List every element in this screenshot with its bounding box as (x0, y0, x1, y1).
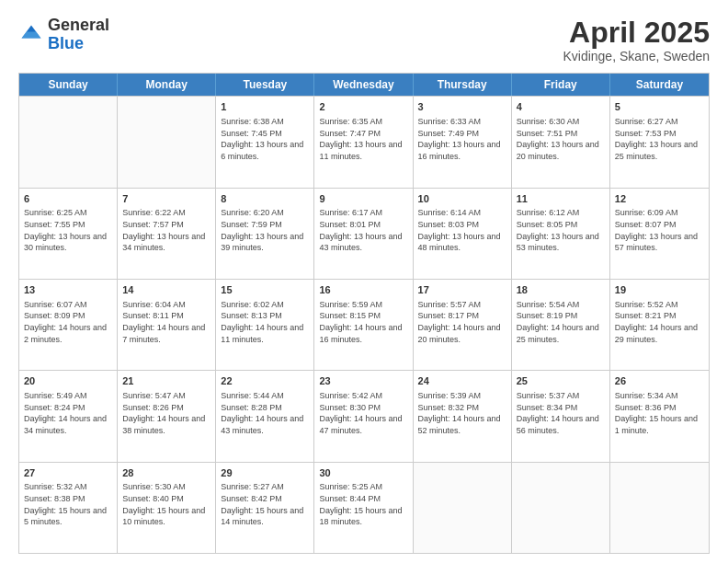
calendar-page: General Blue April 2025 Kvidinge, Skane,… (0, 0, 728, 563)
day-info: Sunrise: 5:57 AM Sunset: 8:17 PM Dayligh… (418, 299, 506, 345)
calendar-day: 15Sunrise: 6:02 AM Sunset: 8:13 PM Dayli… (216, 280, 314, 370)
calendar-day: 20Sunrise: 5:49 AM Sunset: 8:24 PM Dayli… (19, 371, 118, 461)
empty-day (118, 97, 216, 187)
logo-general: General (48, 16, 109, 34)
day-info: Sunrise: 6:02 AM Sunset: 8:13 PM Dayligh… (221, 299, 309, 345)
day-number: 20 (24, 374, 112, 388)
weekday-header: Monday (118, 74, 216, 96)
calendar-day: 24Sunrise: 5:39 AM Sunset: 8:32 PM Dayli… (414, 371, 512, 461)
day-number: 7 (122, 192, 210, 206)
day-info: Sunrise: 5:54 AM Sunset: 8:19 PM Dayligh… (517, 299, 605, 345)
day-number: 25 (517, 374, 605, 388)
calendar-day: 1Sunrise: 6:38 AM Sunset: 7:45 PM Daylig… (216, 97, 314, 187)
logo-text: General Blue (48, 17, 109, 53)
day-number: 23 (319, 374, 407, 388)
day-number: 14 (122, 283, 210, 297)
calendar-day: 10Sunrise: 6:14 AM Sunset: 8:03 PM Dayli… (414, 189, 512, 279)
day-info: Sunrise: 5:34 AM Sunset: 8:36 PM Dayligh… (615, 390, 704, 436)
day-info: Sunrise: 6:20 AM Sunset: 7:59 PM Dayligh… (221, 207, 309, 253)
day-number: 4 (517, 100, 605, 114)
day-number: 1 (221, 100, 309, 114)
day-number: 9 (319, 192, 407, 206)
day-number: 2 (319, 100, 407, 114)
day-info: Sunrise: 6:17 AM Sunset: 8:01 PM Dayligh… (319, 207, 407, 253)
day-info: Sunrise: 6:07 AM Sunset: 8:09 PM Dayligh… (24, 299, 112, 345)
day-info: Sunrise: 6:14 AM Sunset: 8:03 PM Dayligh… (418, 207, 506, 253)
logo-icon (18, 22, 44, 48)
title-block: April 2025 Kvidinge, Skane, Sweden (563, 17, 710, 63)
day-number: 3 (418, 100, 506, 114)
day-number: 19 (615, 283, 704, 297)
day-info: Sunrise: 5:32 AM Sunset: 8:38 PM Dayligh… (24, 481, 112, 527)
weekday-header: Saturday (610, 74, 709, 96)
empty-day (512, 463, 610, 553)
weekday-header: Thursday (414, 74, 512, 96)
calendar: SundayMondayTuesdayWednesdayThursdayFrid… (18, 73, 710, 554)
calendar-day: 13Sunrise: 6:07 AM Sunset: 8:09 PM Dayli… (19, 280, 118, 370)
calendar-day: 8Sunrise: 6:20 AM Sunset: 7:59 PM Daylig… (216, 189, 314, 279)
day-info: Sunrise: 6:04 AM Sunset: 8:11 PM Dayligh… (122, 299, 210, 345)
calendar-day: 11Sunrise: 6:12 AM Sunset: 8:05 PM Dayli… (512, 189, 610, 279)
calendar-day: 12Sunrise: 6:09 AM Sunset: 8:07 PM Dayli… (610, 189, 709, 279)
day-info: Sunrise: 6:27 AM Sunset: 7:53 PM Dayligh… (615, 116, 704, 162)
calendar-week: 27Sunrise: 5:32 AM Sunset: 8:38 PM Dayli… (19, 462, 709, 553)
calendar-day: 19Sunrise: 5:52 AM Sunset: 8:21 PM Dayli… (610, 280, 709, 370)
calendar-week: 6Sunrise: 6:25 AM Sunset: 7:55 PM Daylig… (19, 188, 709, 279)
day-number: 27 (24, 466, 112, 480)
day-info: Sunrise: 6:30 AM Sunset: 7:51 PM Dayligh… (517, 116, 605, 162)
day-info: Sunrise: 5:30 AM Sunset: 8:40 PM Dayligh… (122, 481, 210, 527)
day-info: Sunrise: 5:52 AM Sunset: 8:21 PM Dayligh… (615, 299, 704, 345)
weekday-header: Sunday (19, 74, 118, 96)
calendar-day: 22Sunrise: 5:44 AM Sunset: 8:28 PM Dayli… (216, 371, 314, 461)
day-number: 18 (517, 283, 605, 297)
day-info: Sunrise: 6:33 AM Sunset: 7:49 PM Dayligh… (418, 116, 506, 162)
calendar-day: 14Sunrise: 6:04 AM Sunset: 8:11 PM Dayli… (118, 280, 216, 370)
day-number: 11 (517, 192, 605, 206)
calendar-day: 21Sunrise: 5:47 AM Sunset: 8:26 PM Dayli… (118, 371, 216, 461)
day-number: 8 (221, 192, 309, 206)
day-number: 13 (24, 283, 112, 297)
day-number: 6 (24, 192, 112, 206)
calendar-day: 28Sunrise: 5:30 AM Sunset: 8:40 PM Dayli… (118, 463, 216, 553)
calendar-day: 25Sunrise: 5:37 AM Sunset: 8:34 PM Dayli… (512, 371, 610, 461)
day-number: 22 (221, 374, 309, 388)
logo-blue: Blue (48, 34, 84, 52)
day-info: Sunrise: 5:37 AM Sunset: 8:34 PM Dayligh… (517, 390, 605, 436)
svg-marker-1 (22, 31, 41, 38)
calendar-day: 18Sunrise: 5:54 AM Sunset: 8:19 PM Dayli… (512, 280, 610, 370)
calendar-day: 30Sunrise: 5:25 AM Sunset: 8:44 PM Dayli… (314, 463, 413, 553)
day-info: Sunrise: 5:59 AM Sunset: 8:15 PM Dayligh… (319, 299, 407, 345)
day-number: 15 (221, 283, 309, 297)
day-number: 28 (122, 466, 210, 480)
calendar-day: 6Sunrise: 6:25 AM Sunset: 7:55 PM Daylig… (19, 189, 118, 279)
calendar-day: 27Sunrise: 5:32 AM Sunset: 8:38 PM Dayli… (19, 463, 118, 553)
calendar-day: 23Sunrise: 5:42 AM Sunset: 8:30 PM Dayli… (314, 371, 413, 461)
calendar-day: 29Sunrise: 5:27 AM Sunset: 8:42 PM Dayli… (216, 463, 314, 553)
calendar-week: 20Sunrise: 5:49 AM Sunset: 8:24 PM Dayli… (19, 370, 709, 461)
day-info: Sunrise: 6:38 AM Sunset: 7:45 PM Dayligh… (221, 116, 309, 162)
logo: General Blue (18, 17, 109, 53)
location-subtitle: Kvidinge, Skane, Sweden (563, 49, 710, 63)
header: General Blue April 2025 Kvidinge, Skane,… (18, 17, 710, 63)
day-number: 17 (418, 283, 506, 297)
calendar-body: 1Sunrise: 6:38 AM Sunset: 7:45 PM Daylig… (19, 96, 709, 553)
day-number: 16 (319, 283, 407, 297)
empty-day (610, 463, 709, 553)
day-number: 29 (221, 466, 309, 480)
empty-day (414, 463, 512, 553)
day-info: Sunrise: 5:39 AM Sunset: 8:32 PM Dayligh… (418, 390, 506, 436)
weekday-header: Friday (512, 74, 610, 96)
calendar-day: 16Sunrise: 5:59 AM Sunset: 8:15 PM Dayli… (314, 280, 413, 370)
calendar-header: SundayMondayTuesdayWednesdayThursdayFrid… (19, 74, 709, 96)
day-info: Sunrise: 5:49 AM Sunset: 8:24 PM Dayligh… (24, 390, 112, 436)
day-info: Sunrise: 6:12 AM Sunset: 8:05 PM Dayligh… (517, 207, 605, 253)
month-title: April 2025 (563, 17, 710, 49)
day-info: Sunrise: 5:44 AM Sunset: 8:28 PM Dayligh… (221, 390, 309, 436)
day-number: 21 (122, 374, 210, 388)
calendar-week: 13Sunrise: 6:07 AM Sunset: 8:09 PM Dayli… (19, 279, 709, 370)
day-number: 30 (319, 466, 407, 480)
day-number: 5 (615, 100, 704, 114)
calendar-day: 4Sunrise: 6:30 AM Sunset: 7:51 PM Daylig… (512, 97, 610, 187)
day-info: Sunrise: 5:42 AM Sunset: 8:30 PM Dayligh… (319, 390, 407, 436)
day-number: 10 (418, 192, 506, 206)
